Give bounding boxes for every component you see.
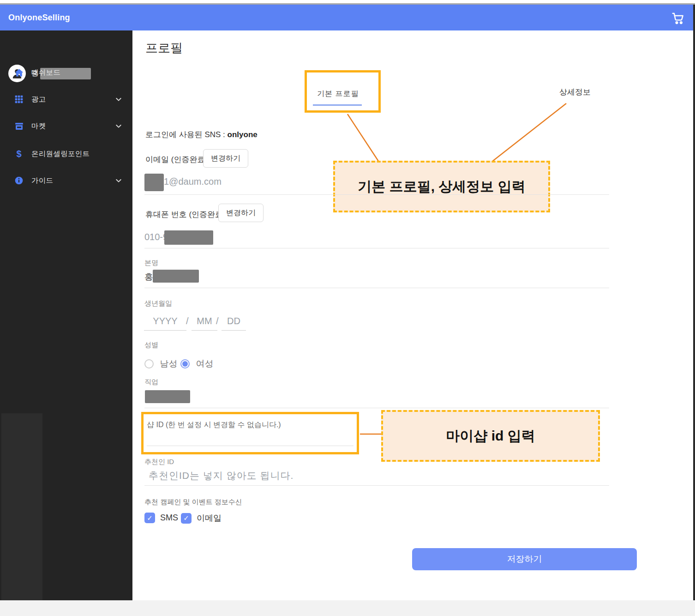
sidebar-item-guide[interactable]: 가이드 — [0, 171, 132, 190]
sns-login-line: 로그인에 사용된 SNS : onlyone — [145, 129, 258, 140]
radio-unchecked-icon[interactable] — [144, 359, 154, 368]
sidebar-panel-shade — [1, 413, 42, 600]
radio-checked-icon[interactable] — [180, 359, 190, 368]
email-redaction — [144, 174, 164, 191]
store-icon — [14, 121, 24, 131]
shop-id-placeholder: 샵 ID (한 번 설정 시 변경할 수 없습니다.) — [147, 420, 281, 430]
birth-label: 생년월일 — [144, 299, 172, 308]
window-right-edge — [693, 5, 695, 600]
phone-label: 휴대폰 번호 (인증완료) — [145, 209, 226, 220]
birth-separator: / — [216, 316, 219, 326]
sidebar-item-points[interactable]: $ 온리원셀링포인트 — [0, 145, 132, 163]
checkbox-checked-icon[interactable]: ✓ — [181, 513, 192, 524]
email-value: 1@daum.com — [164, 176, 222, 187]
dollar-icon: $ — [14, 149, 24, 159]
tab-basic-profile[interactable]: 기본 프로필 — [317, 89, 359, 99]
save-button[interactable]: 저장하기 — [412, 548, 637, 570]
phone-change-button[interactable]: 변경하기 — [218, 204, 264, 222]
realname-value: 홍 — [144, 271, 153, 283]
gender-label: 성별 — [144, 341, 158, 350]
app-header: OnlyoneSelling — [0, 5, 695, 30]
realname-redaction — [153, 270, 199, 283]
shop-id-input[interactable]: 샵 ID (한 번 설정 시 변경할 수 없습니다.) — [147, 416, 353, 446]
cart-icon[interactable] — [671, 11, 685, 25]
email-label: 이메일 (인증완료) — [145, 154, 208, 165]
checkbox-checked-icon[interactable]: ✓ — [144, 513, 155, 523]
chevron-down-icon — [115, 96, 122, 103]
gender-option-female[interactable]: 여성 — [180, 358, 213, 370]
home-icon — [14, 67, 24, 78]
job-redaction — [145, 390, 190, 403]
grid-icon — [14, 94, 24, 104]
referrer-input[interactable]: 추천인ID는 넣지 않아도 됩니다. — [144, 466, 609, 486]
info-icon — [14, 175, 24, 186]
job-input[interactable] — [144, 388, 609, 408]
window-top-strip — [0, 0, 695, 3]
chevron-down-icon — [115, 177, 122, 184]
gender-option-male[interactable]: 남성 — [144, 358, 177, 370]
birth-year-input[interactable]: YYYY — [144, 312, 186, 331]
sidebar-item-dashboard[interactable]: 대쉬보드 — [0, 63, 132, 82]
app-title: OnlyoneSelling — [8, 13, 70, 23]
birth-month-input[interactable]: MM — [192, 312, 217, 331]
tab-active-underline — [313, 104, 362, 106]
phone-redaction — [164, 230, 213, 245]
window-bottom-strip — [0, 600, 695, 616]
birth-separator: / — [186, 316, 189, 326]
page-title: 프로필 — [145, 40, 183, 56]
realname-input[interactable]: 홍 — [144, 267, 609, 288]
notify-option-sms[interactable]: ✓ SMS — [144, 513, 178, 523]
sns-provider: onlyone — [228, 130, 258, 139]
referrer-placeholder: 추천인ID는 넣지 않아도 됩니다. — [149, 469, 294, 482]
annotation-box-myshop: 마이샵 id 입력 — [381, 410, 600, 462]
chevron-down-icon — [115, 122, 122, 130]
detail-info-label: 상세정보 — [559, 87, 591, 97]
birth-day-input[interactable]: DD — [222, 312, 246, 331]
sidebar: 홍 대쉬보드 광고 마켓 $ 온리원 — [0, 30, 132, 600]
realname-label: 본명 — [144, 259, 158, 267]
notify-label: 추천 캠페인 및 이벤트 정보수신 — [144, 498, 242, 507]
job-label: 직업 — [144, 378, 158, 387]
sidebar-item-ads[interactable]: 광고 — [0, 90, 132, 109]
email-change-button[interactable]: 변경하기 — [203, 149, 248, 168]
email-input[interactable]: 1@daum.com — [144, 172, 609, 195]
referrer-label: 추천인 ID — [144, 458, 174, 466]
notify-option-email[interactable]: ✓ 이메일 — [181, 513, 222, 524]
sidebar-item-market[interactable]: 마켓 — [0, 117, 132, 135]
phone-input[interactable]: 010-9 — [144, 227, 609, 248]
